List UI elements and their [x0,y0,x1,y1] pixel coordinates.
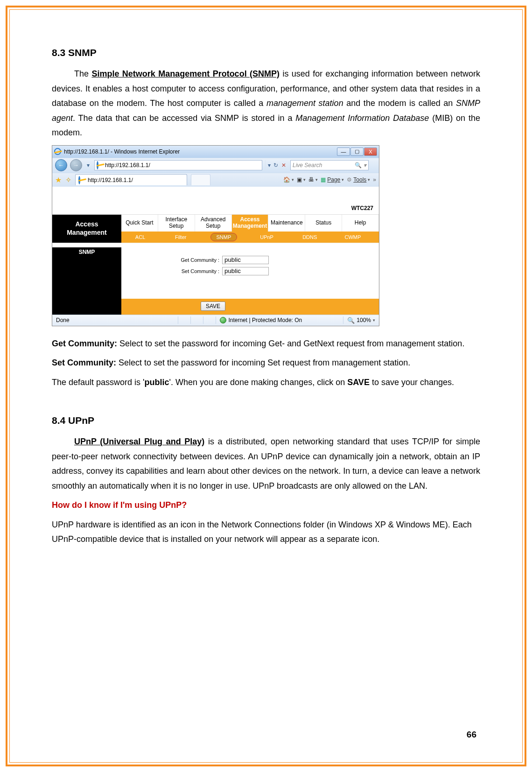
snmp-section-label: SNMP [52,247,121,257]
ie-icon [54,148,61,155]
tab-title: http://192.168.1.1/ [88,177,133,183]
ie-statusbar: Done Internet | Protected Mode: On 🔍 100… [52,315,379,326]
new-tab-button[interactable] [191,174,210,185]
tab-advanced-setup[interactable]: Advanced Setup [195,215,232,232]
outer-border: 8.3 SNMP The Simple Network Management P… [6,6,526,766]
upnp-question: How do I know if I'm using UPnP? [52,498,480,513]
ie-tabbar: ★ ✧ http://192.168.1.1/ 🏠▾ ▣▾ 🖶▾ ▦ Page … [52,173,379,187]
search-box[interactable]: Live Search 🔍 ▾ [290,160,369,170]
nav-dropdown[interactable]: ▾ [85,159,91,171]
zoom-icon: 🔍 [347,317,355,324]
zoom-control[interactable]: 🔍 100% ▾ [347,317,375,324]
save-note: The default password is 'public'. When y… [52,375,480,390]
back-icon: ← [58,162,64,168]
url-text: http://192.168.1.1/ [105,162,260,168]
get-community-row: Get Community : [126,256,374,264]
minimize-button[interactable]: — [337,147,350,156]
upnp-definition: UPnP (Universal Plug and Play) [74,437,204,446]
ie-icon [97,162,103,168]
text: . The data that can be accessed via SNMP… [73,113,295,123]
search-dropdown-icon[interactable]: ▾ [364,162,366,168]
get-community-input[interactable] [222,256,269,264]
snmp-intro-paragraph: The Simple Network Management Protocol (… [52,67,480,140]
zoom-value: 100% [357,317,371,323]
router-nav: Access Management Quick Start Interface … [52,215,379,243]
text: and the modem is called an [343,98,456,108]
address-bar[interactable]: http://192.168.1.1/ [94,160,262,170]
gear-icon: ⚙ [347,176,352,183]
favorites-icon[interactable]: ★ [55,175,62,184]
window-buttons: — ▢ X [337,147,377,156]
subtab-filter[interactable]: Filter [159,232,202,243]
protected-mode: Internet | Protected Mode: On [220,317,302,323]
close-button[interactable]: X [364,147,377,156]
maximize-button[interactable]: ▢ [350,147,364,156]
ie-icon [78,177,85,183]
ie-screenshot: http://192.168.1.1/ - Windows Internet E… [52,145,379,326]
model-number: WTC227 [351,205,373,211]
addr-controls: ▾ ↻ ✕ [265,160,287,170]
print-button[interactable]: 🖶▾ [308,176,318,183]
main-tabs-row: Quick Start Interface Setup Advanced Set… [121,215,379,232]
section-title-line1: Access [52,220,121,229]
chevron-down-icon: ▾ [292,177,294,182]
ie-titlebar: http://192.168.1.1/ - Windows Internet E… [52,146,379,158]
text: The [74,69,91,78]
subtab-ddns[interactable]: DDNS [288,232,331,243]
browser-tab[interactable]: http://192.168.1.1/ [75,174,187,185]
tab-maintenance[interactable]: Maintenance [268,215,305,232]
sidebar: SNMP [52,247,121,299]
subtab-snmp[interactable]: SNMP [202,232,245,243]
back-button[interactable]: ← [55,159,67,171]
set-community-input[interactable] [222,267,269,275]
set-community-row: Set Community : [126,267,374,275]
default-password: public [145,378,169,387]
page-menu[interactable]: ▦ Page ▾ [321,176,344,183]
save-button[interactable]: SAVE [201,302,225,311]
sub-tabs-row: ACL Filter SNMP UPnP DDNS CWMP [121,232,379,243]
term-mib: Management Information Database [295,113,429,123]
search-icon[interactable]: 🔍 [355,162,362,168]
set-community-term: Set Community: [52,358,116,367]
page: 8.3 SNMP The Simple Network Management P… [0,0,532,772]
term-management-station: management station [266,98,343,108]
page-number: 66 [467,730,476,740]
add-favorite-icon[interactable]: ✧ [65,175,71,184]
router-page: WTC227 Access Management Quick Start Int… [52,187,379,315]
get-community-desc: Get Community: Select to set the passwor… [52,337,480,351]
stop-icon[interactable]: ✕ [281,162,286,168]
page-label: Page [327,176,340,183]
text: The default password is ' [52,378,145,387]
tools-menu[interactable]: ⚙ Tools ▾ [347,176,370,183]
subtab-cwmp[interactable]: CWMP [331,232,374,243]
status-done: Done [56,317,70,323]
tab-access-management[interactable]: Access Management [232,215,269,232]
window-title: http://192.168.1.1/ - Windows Internet E… [64,148,334,155]
subtab-snmp-label: SNMP [210,233,238,241]
ie-command-bar: 🏠▾ ▣▾ 🖶▾ ▦ Page ▾ ⚙ Tools ▾ » [283,176,376,183]
text: Select to set the password for incoming … [117,339,464,348]
feeds-button[interactable]: ▣▾ [297,176,306,183]
subtab-acl[interactable]: ACL [121,232,159,243]
forward-icon: → [73,162,79,168]
subtab-upnp[interactable]: UPnP [245,232,288,243]
heading-8-4: 8.4 UPnP [52,415,480,426]
forward-button[interactable]: → [70,159,82,171]
more-icon[interactable]: » [373,176,376,183]
protected-mode-text: Internet | Protected Mode: On [228,317,302,323]
snmp-form: Get Community : Set Community : [121,247,379,299]
upnp-answer: UPnP hardware is identified as an icon i… [52,518,480,547]
refresh-icon[interactable]: ↻ [273,162,278,168]
home-button[interactable]: 🏠▾ [283,176,294,183]
addr-dropdown-icon[interactable]: ▾ [268,162,271,168]
tab-interface-setup[interactable]: Interface Setup [158,215,195,232]
feeds-icon: ▣ [297,176,302,183]
heading-8-3: 8.3 SNMP [52,47,480,58]
content-area: 8.3 SNMP The Simple Network Management P… [9,9,523,763]
chevron-down-icon: ▾ [373,318,375,323]
tab-quick-start[interactable]: Quick Start [121,215,158,232]
router-body: SNMP Get Community : Set Community : [52,247,379,299]
tab-status[interactable]: Status [305,215,342,232]
tab-help[interactable]: Help [342,215,379,232]
search-placeholder: Live Search [293,162,322,168]
